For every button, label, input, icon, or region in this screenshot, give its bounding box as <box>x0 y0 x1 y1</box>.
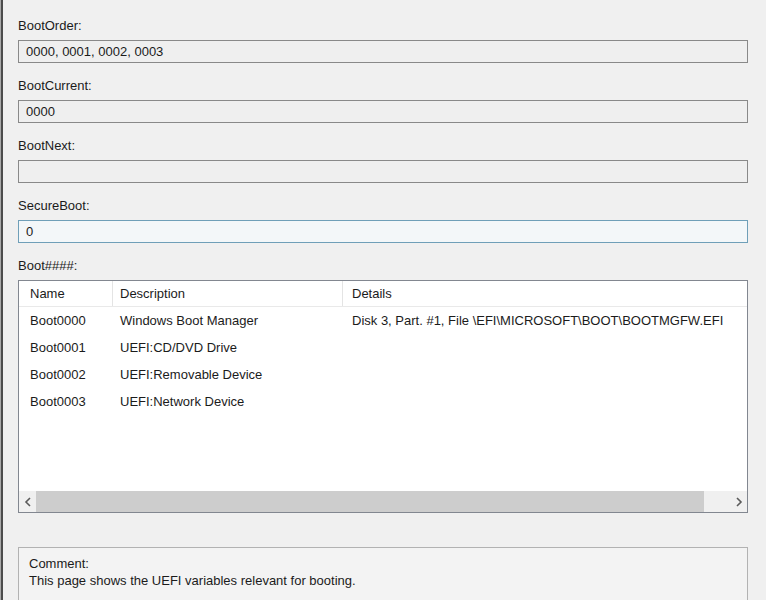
field-boot-entries: Boot####: Name Description Details Boot0… <box>18 258 748 513</box>
field-bootcurrent: BootCurrent: <box>18 78 748 123</box>
cell-description: Windows Boot Manager <box>112 313 342 328</box>
boot-entries-list: Name Description Details Boot0000 Window… <box>18 280 748 513</box>
list-item-boot0003[interactable]: Boot0003 UEFI:Network Device <box>19 388 747 415</box>
cell-name: Boot0000 <box>19 313 112 328</box>
cell-description: UEFI:Removable Device <box>112 367 342 382</box>
cell-description: UEFI:Network Device <box>112 394 342 409</box>
field-bootnext: BootNext: <box>18 138 748 183</box>
bootnext-input[interactable] <box>18 160 748 183</box>
column-header-description[interactable]: Description <box>112 281 342 306</box>
field-bootorder: BootOrder: <box>18 18 748 63</box>
list-header: Name Description Details <box>19 281 747 307</box>
secureboot-input[interactable] <box>18 220 748 243</box>
cell-details: Disk 3, Part. #1, File \EFI\MICROSOFT\BO… <box>342 313 747 328</box>
scroll-right-button[interactable] <box>730 491 747 512</box>
chevron-left-icon <box>24 497 32 507</box>
bootcurrent-input[interactable] <box>18 100 748 123</box>
list-item-boot0000[interactable]: Boot0000 Windows Boot Manager Disk 3, Pa… <box>19 307 747 334</box>
list-item-boot0002[interactable]: Boot0002 UEFI:Removable Device <box>19 361 747 388</box>
page-content: BootOrder: BootCurrent: BootNext: Secure… <box>18 0 748 600</box>
field-secureboot: SecureBoot: <box>18 198 748 243</box>
column-header-details[interactable]: Details <box>342 281 747 306</box>
scroll-left-button[interactable] <box>19 491 36 512</box>
cell-description: UEFI:CD/DVD Drive <box>112 340 342 355</box>
bootnext-label: BootNext: <box>18 138 748 154</box>
column-header-name[interactable]: Name <box>19 281 112 306</box>
cell-name: Boot0002 <box>19 367 112 382</box>
bootcurrent-label: BootCurrent: <box>18 78 748 94</box>
cell-name: Boot0001 <box>19 340 112 355</box>
scrollbar-track[interactable] <box>704 491 730 512</box>
uefi-variables-page: BootOrder: BootCurrent: BootNext: Secure… <box>0 0 766 600</box>
boot-entries-label: Boot####: <box>18 258 748 274</box>
bootorder-label: BootOrder: <box>18 18 748 34</box>
secureboot-label: SecureBoot: <box>18 198 748 214</box>
comment-label: Comment: <box>29 555 737 572</box>
comment-panel: Comment: This page shows the UEFI variab… <box>18 547 748 600</box>
comment-text: This page shows the UEFI variables relev… <box>29 572 737 589</box>
scrollbar-thumb[interactable] <box>36 491 704 512</box>
bootorder-input[interactable] <box>18 40 748 63</box>
list-empty-area <box>19 415 747 491</box>
chevron-right-icon <box>735 497 743 507</box>
cell-name: Boot0003 <box>19 394 112 409</box>
list-item-boot0001[interactable]: Boot0001 UEFI:CD/DVD Drive <box>19 334 747 361</box>
panel-splitter[interactable] <box>0 0 3 600</box>
horizontal-scrollbar[interactable] <box>19 491 747 512</box>
